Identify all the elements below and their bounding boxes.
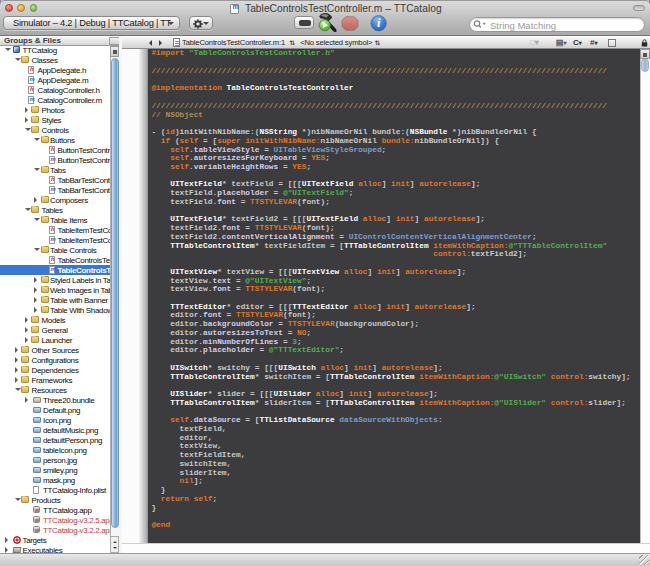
svg-text:i: i (377, 16, 381, 30)
